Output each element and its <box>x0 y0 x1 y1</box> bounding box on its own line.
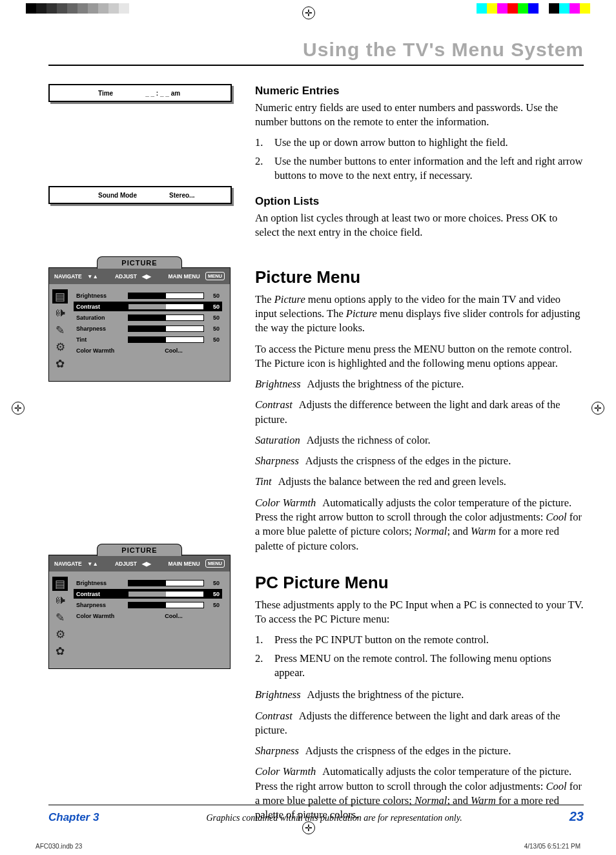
pc-picture-p1: These adjustments apply to the PC Input … <box>255 598 584 627</box>
menu-row: Brightness50 <box>74 291 222 300</box>
settings-icon: ⚙ <box>52 340 68 354</box>
menu-row: Color WarmthCool... <box>74 611 222 621</box>
slider-fill <box>128 315 166 320</box>
picture-menu-heading: Picture Menu <box>255 266 584 289</box>
slider-fill <box>128 326 166 331</box>
picture-menu-illustration: PICTURE NAVIGATE ▼▲ ADJUST ◀▶ MAIN MENU … <box>48 267 231 382</box>
channel-icon: ✎ <box>52 610 68 624</box>
time-value: _ _ : _ _ am <box>145 90 180 97</box>
print-footer: AFC030.indb 23 4/13/05 6:51:21 PM <box>36 843 580 850</box>
def-brightness: BrightnessAdjusts the brightness of the … <box>255 377 584 391</box>
footer-disclaimer: Graphics contained within this publicati… <box>206 813 462 823</box>
def-contrast: ContrastAdjusts the difference between t… <box>255 398 584 427</box>
slider-fill <box>128 592 166 597</box>
menu-row: Sharpness50 <box>74 324 222 333</box>
pc-def-contrast: ContrastAdjusts the difference between t… <box>255 709 584 738</box>
time-field-box: Time _ _ : _ _ am <box>48 84 232 102</box>
chapter-label: Chapter 3 <box>48 811 99 824</box>
menu-row: Saturation50 <box>74 313 222 322</box>
sound-mode-value: Stereo... <box>169 192 194 199</box>
numeric-step-1: Use the up or down arrow button to highl… <box>274 136 508 150</box>
menu-row: Contrast50 <box>74 589 222 599</box>
pc-step-1: Press the PC INPUT button on the remote … <box>274 633 489 647</box>
title-rule <box>48 65 584 66</box>
page-footer: Chapter 3 Graphics contained within this… <box>48 805 584 824</box>
slider-fill <box>128 581 166 586</box>
main-menu-label: MAIN MENU <box>168 273 200 280</box>
adjust-label: ADJUST <box>115 273 137 280</box>
registration-mark-left <box>12 402 25 415</box>
slider-fill <box>128 337 166 342</box>
menu-row-textvalue: Cool... <box>128 347 220 354</box>
navigate-arrows-icon: ▼▲ <box>87 561 98 567</box>
picture-icon: ▤ <box>52 577 68 591</box>
pc-picture-tab: PICTURE <box>97 544 182 556</box>
option-lists-body: An option list cycles through at least t… <box>255 211 584 240</box>
registration-mark-top <box>302 6 315 19</box>
menu-row-label: Color Warmth <box>76 347 128 354</box>
picture-tab: PICTURE <box>97 256 182 269</box>
navigate-label: NAVIGATE <box>54 561 82 567</box>
option-lists-heading: Option Lists <box>255 194 584 209</box>
adjust-arrows-icon: ◀▶ <box>142 273 151 280</box>
menu-button-icon: MENU <box>205 272 225 280</box>
numeric-step-2: Use the number buttons to enter informat… <box>274 154 584 183</box>
pc-picture-menu-rows: Brightness50Contrast50Sharpness50Color W… <box>71 575 226 658</box>
step-number: 1. <box>255 136 267 150</box>
adjust-arrows-icon: ◀▶ <box>142 561 151 567</box>
slider-track <box>128 314 204 321</box>
pc-picture-menu-heading: PC Picture Menu <box>255 572 584 594</box>
sound-mode-box: Sound Mode Stereo... <box>48 186 232 204</box>
picture-icon: ▤ <box>52 289 68 304</box>
slider-track <box>128 580 204 586</box>
picture-menu-header: NAVIGATE ▼▲ ADJUST ◀▶ MAIN MENU MENU <box>49 268 230 284</box>
menu-row-label: Color Warmth <box>76 613 128 619</box>
sound-icon: 🕪 <box>52 593 68 608</box>
numeric-entries-heading: Numeric Entries <box>255 84 584 99</box>
menu-row-label: Contrast <box>76 591 128 597</box>
main-menu-label: MAIN MENU <box>168 561 200 567</box>
slider-fill <box>128 304 166 309</box>
menu-row-value: 50 <box>208 325 220 332</box>
slider-track <box>128 591 204 597</box>
def-tint: TintAdjusts the balance between the red … <box>255 475 584 489</box>
menu-row-value: 50 <box>208 304 220 310</box>
numeric-entries-intro: Numeric entry fields are used to enter n… <box>255 101 584 130</box>
menu-row: Brightness50 <box>74 578 222 588</box>
menu-row: Color WarmthCool... <box>74 345 222 355</box>
menu-row-label: Brightness <box>76 580 128 586</box>
adjust-label: ADJUST <box>115 561 137 567</box>
menu-row-label: Tint <box>76 336 128 343</box>
color-bars-right <box>477 3 590 14</box>
color-bars-left <box>26 3 139 14</box>
pc-picture-menu-sidebar: ▤ 🕪 ✎ ⚙ ✿ <box>49 575 71 658</box>
menu-row: Sharpness50 <box>74 600 222 610</box>
pc-picture-menu-illustration: PICTURE NAVIGATE ▼▲ ADJUST ◀▶ MAIN MENU … <box>48 555 231 669</box>
menu-row-label: Saturation <box>76 314 128 321</box>
slider-track <box>128 325 204 332</box>
page-title: Using the TV's Menu System <box>48 39 584 61</box>
slider-track <box>128 293 204 299</box>
parental-icon: ✿ <box>52 356 68 371</box>
pc-step-2: Press MENU on the remote control. The fo… <box>274 652 584 681</box>
menu-row-label: Contrast <box>76 304 128 310</box>
menu-row-value: 50 <box>208 336 220 343</box>
menu-row-value: 50 <box>208 314 220 321</box>
slider-track <box>128 304 204 310</box>
picture-menu-rows: Brightness50Contrast50Saturation50Sharpn… <box>71 288 226 371</box>
picture-menu-sidebar: ▤ 🕪 ✎ ⚙ ✿ <box>49 288 71 371</box>
step-number: 1. <box>255 633 267 647</box>
def-sharpness: SharpnessAdjusts the crispness of the ed… <box>255 454 584 468</box>
page-number: 23 <box>570 809 584 824</box>
step-number: 2. <box>255 154 267 183</box>
slider-track <box>128 336 204 343</box>
def-saturation: SaturationAdjusts the richness of color. <box>255 433 584 448</box>
picture-menu-p1: The Picture menu options apply to the vi… <box>255 293 584 336</box>
time-label: Time <box>98 90 113 97</box>
pc-def-brightness: BrightnessAdjusts the brightness of the … <box>255 688 584 702</box>
channel-icon: ✎ <box>52 323 68 337</box>
sound-mode-label: Sound Mode <box>98 192 137 199</box>
menu-row: Tint50 <box>74 335 222 344</box>
registration-mark-right <box>591 402 604 415</box>
pc-def-sharpness: SharpnessAdjusts the crispness of the ed… <box>255 744 584 758</box>
